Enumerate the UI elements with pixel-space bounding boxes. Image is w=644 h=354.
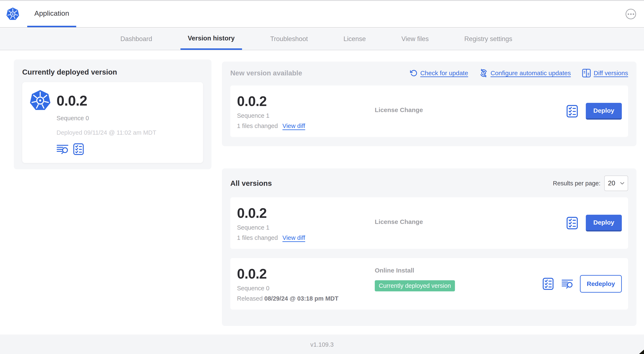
refresh-icon bbox=[410, 69, 418, 77]
tab-label: Dashboard bbox=[120, 35, 152, 43]
tab-version-history[interactable]: Version history bbox=[180, 28, 242, 50]
app-window: Application Dashboard Version history Tr… bbox=[0, 0, 644, 354]
current-version-title: Currently deployed version bbox=[22, 68, 203, 76]
diff-versions-label: Diff versions bbox=[594, 70, 628, 77]
results-per-page-label: Results per page: bbox=[553, 180, 600, 187]
tab-label: Version history bbox=[188, 35, 235, 42]
files-changed-label: 1 files changed bbox=[237, 123, 278, 129]
ellipsis-menu-button[interactable] bbox=[626, 9, 636, 19]
ellipsis-dot bbox=[630, 14, 632, 15]
redeploy-button[interactable]: Redeploy bbox=[580, 275, 622, 293]
current-version-card: 0.0.2 Sequence 0 Deployed 09/11/24 @ 11:… bbox=[22, 82, 203, 163]
preflight-checklist-icon[interactable] bbox=[566, 217, 578, 229]
configure-automatic-updates-label: Configure automatic updates bbox=[490, 70, 571, 77]
view-diff-link[interactable]: View diff bbox=[282, 123, 305, 129]
released-timestamp: Released 08/29/24 @ 03:18 pm MDT bbox=[237, 295, 375, 302]
tab-dashboard[interactable]: Dashboard bbox=[113, 28, 160, 50]
released-date: 08/29/24 @ 03:18 pm MDT bbox=[264, 295, 338, 302]
view-diff-link[interactable]: View diff bbox=[282, 234, 305, 241]
app-tab[interactable]: Application bbox=[27, 1, 76, 27]
results-per-page-select[interactable]: 20 bbox=[604, 176, 628, 191]
version-number: 0.0.2 bbox=[237, 206, 375, 220]
app-logo bbox=[6, 1, 19, 27]
check-for-update-link[interactable]: Check for update bbox=[410, 69, 468, 77]
tab-troubleshoot[interactable]: Troubleshoot bbox=[263, 28, 315, 50]
preflight-checklist-icon[interactable] bbox=[73, 143, 84, 155]
tab-label: License bbox=[343, 35, 366, 43]
version-number: 0.0.2 bbox=[237, 94, 375, 108]
tab-label: Troubleshoot bbox=[270, 35, 308, 43]
kubernetes-logo-icon bbox=[30, 90, 51, 111]
all-versions-panel: All versions Results per page: 20 0.0.2 … bbox=[222, 168, 636, 326]
currently-deployed-badge: Currently deployed version bbox=[375, 280, 455, 291]
new-version-card: 0.0.2 Sequence 1 1 files changed View di… bbox=[230, 86, 628, 137]
current-sequence-label: Sequence 0 bbox=[56, 115, 196, 122]
sequence-label: Sequence 1 bbox=[237, 224, 375, 231]
sequence-label: Sequence 0 bbox=[237, 285, 375, 292]
install-type-label: Online Install bbox=[375, 267, 543, 274]
deploy-button[interactable]: Deploy bbox=[586, 103, 622, 120]
ellipsis-dot bbox=[628, 14, 629, 15]
admin-console-version: v1.109.3 bbox=[310, 341, 334, 348]
version-row: 0.0.2 Sequence 1 1 files changed View di… bbox=[230, 197, 628, 249]
version-number: 0.0.2 bbox=[237, 267, 375, 281]
auto-update-icon bbox=[480, 69, 488, 77]
released-label: Released bbox=[237, 295, 263, 302]
subnav: Dashboard Version history Troubleshoot L… bbox=[0, 28, 644, 50]
preflight-checklist-icon[interactable] bbox=[543, 278, 554, 290]
view-logs-icon[interactable] bbox=[562, 279, 573, 289]
tab-label: Registry settings bbox=[464, 35, 512, 43]
configure-automatic-updates-link[interactable]: Configure automatic updates bbox=[480, 69, 571, 77]
check-for-update-label: Check for update bbox=[420, 70, 468, 77]
deployed-timestamp: Deployed 09/11/24 @ 11:02 am MDT bbox=[56, 129, 196, 136]
view-logs-icon[interactable] bbox=[56, 144, 69, 155]
new-version-panel: New version available Check for update C… bbox=[222, 62, 636, 146]
current-version-panel: Currently deployed version 0.0.2 Sequenc… bbox=[14, 60, 212, 169]
header-bar: Application bbox=[0, 1, 644, 28]
kubernetes-logo-icon bbox=[6, 7, 19, 21]
tab-label: View files bbox=[401, 35, 428, 43]
footer: v1.109.3 bbox=[0, 334, 644, 354]
change-type-label: License Change bbox=[375, 218, 566, 225]
diff-versions-link[interactable]: Diff versions bbox=[582, 69, 628, 78]
deploy-button[interactable]: Deploy bbox=[586, 215, 622, 231]
all-versions-title: All versions bbox=[230, 179, 272, 187]
diff-icon bbox=[582, 69, 591, 78]
change-type-label: License Change bbox=[375, 106, 566, 114]
version-row: 0.0.2 Sequence 0 Released 08/29/24 @ 03:… bbox=[230, 258, 628, 309]
results-per-page-value: 20 bbox=[608, 180, 615, 187]
preflight-checklist-icon[interactable] bbox=[566, 105, 578, 118]
current-version-number: 0.0.2 bbox=[56, 92, 87, 109]
app-tab-label: Application bbox=[34, 9, 69, 17]
chevron-down-icon bbox=[620, 182, 624, 185]
ellipsis-dot bbox=[633, 14, 634, 15]
files-changed-label: 1 files changed bbox=[237, 234, 278, 241]
tab-license[interactable]: License bbox=[336, 28, 373, 50]
tab-view-files[interactable]: View files bbox=[394, 28, 436, 50]
new-version-title: New version available bbox=[230, 69, 302, 77]
tab-registry-settings[interactable]: Registry settings bbox=[457, 28, 520, 50]
sequence-label: Sequence 1 bbox=[237, 112, 375, 119]
